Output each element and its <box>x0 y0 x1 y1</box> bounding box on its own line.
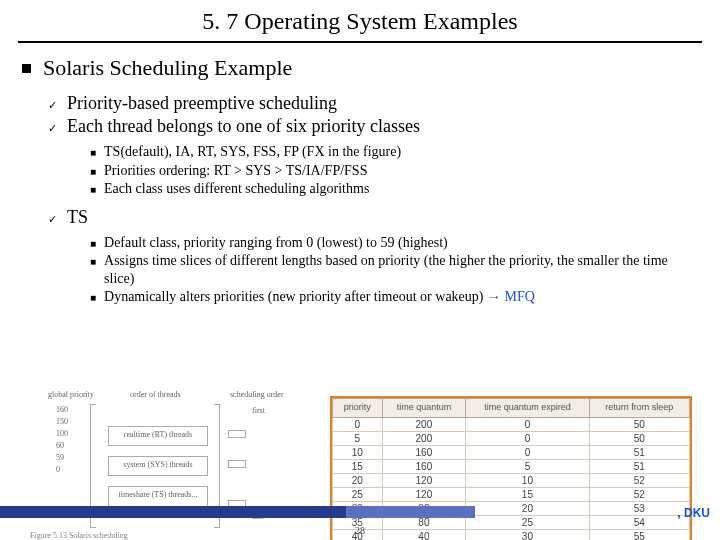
list-item: ■ TS(default), IA, RT, SYS, FSS, FP (FX … <box>90 143 698 161</box>
list-item: ■ Priorities ordering: RT > SYS > TS/IA/… <box>90 162 698 180</box>
table-row: 201201052 <box>333 473 690 487</box>
table-cell: 0 <box>333 417 383 431</box>
table-row: 251201552 <box>333 487 690 501</box>
list-item: ■ Dynamically alters priorities (new pri… <box>90 288 698 306</box>
check-icon: ✓ <box>48 122 57 135</box>
diagram-label-first: first <box>252 406 265 415</box>
bullet-text-part: Dynamically alters priorities (new prior… <box>104 289 487 304</box>
table-header: time quantum <box>382 399 466 418</box>
table-cell: 120 <box>382 473 466 487</box>
mfq-highlight: → MFQ <box>487 289 535 304</box>
table-cell: 53 <box>589 501 689 515</box>
table-cell: 25 <box>333 487 383 501</box>
bullet-text: Assigns time slices of different lengths… <box>104 252 698 287</box>
table-cell: 30 <box>466 529 589 540</box>
table-cell: 10 <box>466 473 589 487</box>
table-cell: 10 <box>333 445 383 459</box>
content-area: Solaris Scheduling Example ✓ Priority-ba… <box>0 55 720 306</box>
footer-bar <box>0 506 346 518</box>
table-cell: 5 <box>333 431 383 445</box>
bullet-section: Solaris Scheduling Example <box>22 55 698 81</box>
diagram-header: scheduling order <box>230 390 284 399</box>
order-box-icon <box>228 430 246 438</box>
title-rule <box>18 41 702 43</box>
table-cell: 54 <box>589 515 689 529</box>
table-cell: 25 <box>466 515 589 529</box>
check-icon: ✓ <box>48 99 57 112</box>
bullet-text: Each class uses different scheduling alg… <box>104 180 369 198</box>
scale-tick: 100 <box>56 428 68 440</box>
table-cell: 50 <box>589 417 689 431</box>
list-item: ✓ TS <box>48 207 698 228</box>
square-bullet-icon: ■ <box>90 238 96 249</box>
figure-caption: Figure 5.13 Solaris scheduling <box>30 531 128 540</box>
bullet-text: Priorities ordering: RT > SYS > TS/IA/FP… <box>104 162 367 180</box>
table-row: 40403055 <box>333 529 690 540</box>
list-item: ■ Each class uses different scheduling a… <box>90 180 698 198</box>
table-cell: 55 <box>589 529 689 540</box>
square-bullet-icon: ■ <box>90 184 96 195</box>
table-cell: 52 <box>589 473 689 487</box>
page-number: 28 <box>355 525 365 536</box>
order-box-icon <box>228 460 246 468</box>
table-cell: 0 <box>466 445 589 459</box>
table-row: 15160551 <box>333 459 690 473</box>
square-bullet-icon: ■ <box>90 147 96 158</box>
list-item: ✓ Each thread belongs to one of six prio… <box>48 116 698 137</box>
table-cell: 15 <box>333 459 383 473</box>
bullet-text: Each thread belongs to one of six priori… <box>67 116 420 137</box>
diagram-header: global priority <box>48 390 94 399</box>
table-cell: 20 <box>333 473 383 487</box>
footer-bar-accent <box>346 506 476 518</box>
table-cell: 51 <box>589 445 689 459</box>
table-cell: 15 <box>466 487 589 501</box>
list-item: ✓ Priority-based preemptive scheduling <box>48 93 698 114</box>
table-cell: 40 <box>382 529 466 540</box>
table-header: return from sleep <box>589 399 689 418</box>
list-item: ■ Default class, priority ranging from 0… <box>90 234 698 252</box>
bullet-text: Priority-based preemptive scheduling <box>67 93 337 114</box>
list-item: ■ Assigns time slices of different lengt… <box>90 252 698 287</box>
table-cell: 5 <box>466 459 589 473</box>
bullet-text: TS <box>67 207 88 228</box>
footer-org: , DKU <box>677 506 710 520</box>
check-icon: ✓ <box>48 213 57 226</box>
bullet-text: Default class, priority ranging from 0 (… <box>104 234 448 252</box>
table-cell: 51 <box>589 459 689 473</box>
bullet-text: Dynamically alters priorities (new prior… <box>104 288 535 306</box>
table-header: priority <box>333 399 383 418</box>
square-bullet-icon: ■ <box>90 166 96 177</box>
scale-tick: 160 <box>56 404 68 416</box>
slide-title: 5. 7 Operating System Examples <box>0 0 720 39</box>
diagram-header: order of threads <box>130 390 181 399</box>
table-row: 0200050 <box>333 417 690 431</box>
table-cell: 120 <box>382 487 466 501</box>
table-cell: 50 <box>589 431 689 445</box>
diagram-box-sys: system (SYS) threads <box>108 456 208 476</box>
diagram-box-rt: realtime (RT) threads <box>108 426 208 446</box>
priority-table: priority time quantum time quantum expir… <box>332 398 690 540</box>
table-cell: 200 <box>382 431 466 445</box>
scale-tick: 0 <box>56 464 68 476</box>
square-bullet-icon: ■ <box>90 292 96 303</box>
table-row: 10160051 <box>333 445 690 459</box>
table-row: 5200050 <box>333 431 690 445</box>
table-cell: 0 <box>466 431 589 445</box>
scale-tick: 59 <box>56 452 68 464</box>
square-bullet-icon: ■ <box>90 256 96 267</box>
table-cell: 20 <box>466 501 589 515</box>
scale-tick: 150 <box>56 416 68 428</box>
bullet-text: TS(default), IA, RT, SYS, FSS, FP (FX in… <box>104 143 401 161</box>
table-cell: 160 <box>382 459 466 473</box>
table-cell: 200 <box>382 417 466 431</box>
section-heading: Solaris Scheduling Example <box>43 55 292 81</box>
table-header: time quantum expired <box>466 399 589 418</box>
table-cell: 0 <box>466 417 589 431</box>
table-cell: 52 <box>589 487 689 501</box>
scale-tick: 60 <box>56 440 68 452</box>
table-cell: 160 <box>382 445 466 459</box>
square-bullet-icon <box>22 64 31 73</box>
priority-scale: 160 150 100 60 59 0 <box>56 404 68 476</box>
